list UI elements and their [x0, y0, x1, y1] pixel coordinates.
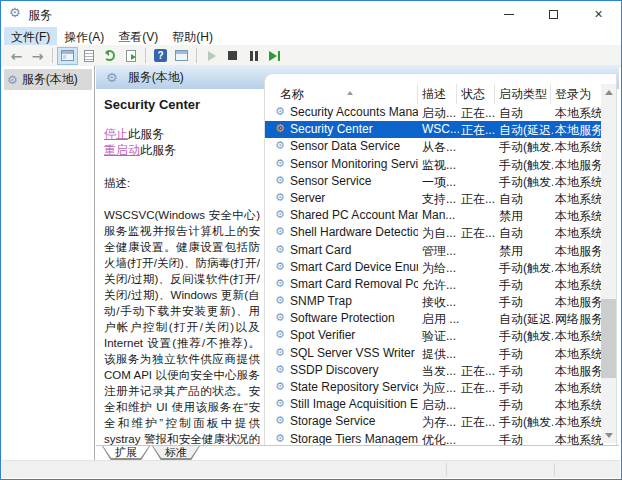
maximize-button[interactable]	[531, 1, 576, 27]
refresh-button[interactable]	[99, 47, 120, 65]
cell-logon: 本地系统	[555, 432, 607, 446]
export-list-icon	[126, 50, 136, 62]
vertical-scrollbar[interactable]	[601, 84, 616, 443]
table-row[interactable]: ⚙ Sensor Data Service 从各... 手动(触发... 本地系…	[265, 138, 601, 155]
forward-button[interactable]: →	[27, 47, 48, 65]
cell-desc: 启用 ...	[422, 311, 459, 328]
cell-name: Storage Tiers Managem...	[290, 432, 418, 446]
scroll-up-button[interactable]	[601, 84, 616, 99]
restart-service-link[interactable]: 重启动	[104, 143, 140, 157]
show-window-button[interactable]	[171, 47, 192, 65]
cell-name: Spot Verifier	[290, 328, 418, 342]
column-separator[interactable]	[417, 84, 418, 104]
cell-logon: 本地系统	[555, 260, 607, 277]
column-separator[interactable]	[550, 84, 551, 104]
table-row[interactable]: ⚙ Storage Service 为存... 正在... 手动(触发... 本…	[265, 413, 601, 430]
cell-name: Storage Service	[290, 414, 418, 428]
help-button[interactable]: ?	[150, 47, 171, 65]
table-row[interactable]: ⚙ Smart Card 管理... 禁用 本地服务	[265, 242, 601, 259]
menu-help[interactable]: 帮助(H)	[165, 27, 220, 45]
service-gear-icon: ⚙	[275, 244, 285, 255]
table-row[interactable]: ⚙ Still Image Acquisition Ev... 启动... 手动…	[265, 396, 601, 413]
service-gear-icon: ⚙	[275, 312, 285, 323]
start-service-button[interactable]	[201, 47, 222, 65]
stop-service-button[interactable]	[222, 47, 243, 65]
table-row[interactable]: ⚙ Storage Tiers Managem... 优化... 手动 本地系统	[265, 431, 601, 446]
table-row[interactable]: ⚙ SSDP Discovery 当发... 正在... 手动 本地服务	[265, 362, 601, 379]
table-row[interactable]: ⚙ Smart Card Removal Poli... 允许... 手动 本地…	[265, 276, 601, 293]
services-rows: ⚙ Security Accounts Manag... 启动... 正在...…	[265, 104, 601, 445]
cell-name: SQL Server VSS Writer	[290, 346, 418, 360]
cell-name: Server	[290, 191, 418, 205]
cell-startup: 手动(触发...	[499, 328, 553, 345]
export-list-button[interactable]	[120, 47, 141, 65]
service-gear-icon: ⚙	[275, 364, 285, 375]
menu-file[interactable]: 文件(F)	[4, 27, 57, 45]
column-header-startup[interactable]: 启动类型	[499, 86, 547, 103]
selected-service-name: Security Center	[104, 97, 260, 112]
scroll-down-button[interactable]	[601, 428, 616, 443]
show-console-tree-button[interactable]	[57, 47, 78, 65]
table-row[interactable]: ⚙ Shared PC Account Mana... Man... 禁用 本地…	[265, 207, 601, 224]
banner-gear-icon: ⚙	[106, 71, 118, 84]
tab-standard[interactable]: 标准	[152, 446, 200, 460]
cell-startup: 手动(触发...	[499, 414, 553, 431]
table-row[interactable]: ⚙ Smart Card Device Enum... 为给... 手动(触发.…	[265, 259, 601, 276]
close-button[interactable]: ×	[576, 1, 621, 27]
column-header-name[interactable]: 名称	[280, 86, 304, 103]
cell-startup: 自动	[499, 225, 553, 242]
pause-icon	[250, 51, 258, 61]
restart-icon-bar	[278, 51, 280, 61]
cell-name: Security Accounts Manag...	[290, 105, 418, 119]
cell-status: 正在...	[461, 414, 497, 431]
cell-name: State Repository Service	[290, 380, 418, 394]
stop-service-line: 停止此服务	[104, 126, 260, 142]
status-bar	[2, 460, 620, 478]
service-gear-icon: ⚙	[275, 226, 285, 237]
status-divider	[446, 463, 447, 476]
cell-startup: 手动(触发...	[499, 260, 553, 277]
table-row[interactable]: ⚙ SQL Server VSS Writer 提供... 手动 本地系统	[265, 345, 601, 362]
pause-service-button[interactable]	[243, 47, 264, 65]
table-row[interactable]: ⚙ State Repository Service 为应... 正在... 手…	[265, 379, 601, 396]
cell-desc: 允许...	[422, 277, 459, 294]
services-window: ⚙ 服务 × 文件(F) 操作(A) 查看(V) 帮助(H) ← → ?	[0, 0, 622, 480]
help-icon: ?	[154, 49, 167, 62]
column-header-logon[interactable]: 登录为	[555, 86, 591, 103]
view-tab-strip: 扩展 标准	[96, 445, 619, 460]
scrollbar-thumb[interactable]	[601, 299, 616, 378]
column-header-status[interactable]: 状态	[461, 86, 485, 103]
properties-icon	[84, 50, 94, 62]
table-row[interactable]: ⚙ Shell Hardware Detection 为自... 正在... 自…	[265, 224, 601, 241]
column-separator[interactable]	[456, 84, 457, 104]
cell-name: Smart Card Device Enum...	[290, 260, 418, 274]
column-separator[interactable]	[494, 84, 495, 104]
service-gear-icon: ⚙	[275, 433, 285, 444]
minimize-button[interactable]	[486, 1, 531, 27]
table-row[interactable]: ⚙ SNMP Trap 接收... 手动 本地服务	[265, 293, 601, 310]
menu-view[interactable]: 查看(V)	[111, 27, 165, 45]
restart-service-button[interactable]	[264, 47, 285, 65]
cell-status: 正在...	[461, 191, 497, 208]
cell-startup: 自动	[499, 105, 553, 122]
cell-name: Shell Hardware Detection	[290, 225, 418, 239]
table-row[interactable]: ⚙ Software Protection 启用 ... 自动(延迟... 网络…	[265, 310, 601, 327]
tab-extended[interactable]: 扩展	[102, 446, 150, 460]
cell-desc: 优化...	[422, 432, 459, 446]
service-gear-icon: ⚙	[275, 140, 285, 151]
table-row[interactable]: ⚙ Server 支持... 正在... 自动 本地系统	[265, 190, 601, 207]
table-row[interactable]: ⚙ Spot Verifier 验证... 手动(触发... 本地系统	[265, 327, 601, 344]
refresh-icon	[104, 50, 115, 61]
table-row[interactable]: ⚙ Security Accounts Manag... 启动... 正在...…	[265, 104, 601, 121]
cell-name: SSDP Discovery	[290, 363, 418, 377]
table-row[interactable]: ⚙ Sensor Service 一项... 手动(触发... 本地系统	[265, 173, 601, 190]
properties-button[interactable]	[78, 47, 99, 65]
table-row[interactable]: ⚙ Sensor Monitoring Service 监视... 手动(触发.…	[265, 156, 601, 173]
tree-item-services-local[interactable]: ⚙ 服务(本地)	[4, 69, 92, 90]
menu-action[interactable]: 操作(A)	[57, 27, 111, 45]
table-row[interactable]: ⚙ Security Center WSC... 正在... 自动(延迟... …	[265, 121, 601, 138]
list-header: 名称 描述 状态 启动类型 登录为	[265, 84, 601, 104]
back-button[interactable]: ←	[6, 47, 27, 65]
stop-service-link[interactable]: 停止	[104, 127, 128, 141]
column-header-desc[interactable]: 描述	[422, 86, 446, 103]
